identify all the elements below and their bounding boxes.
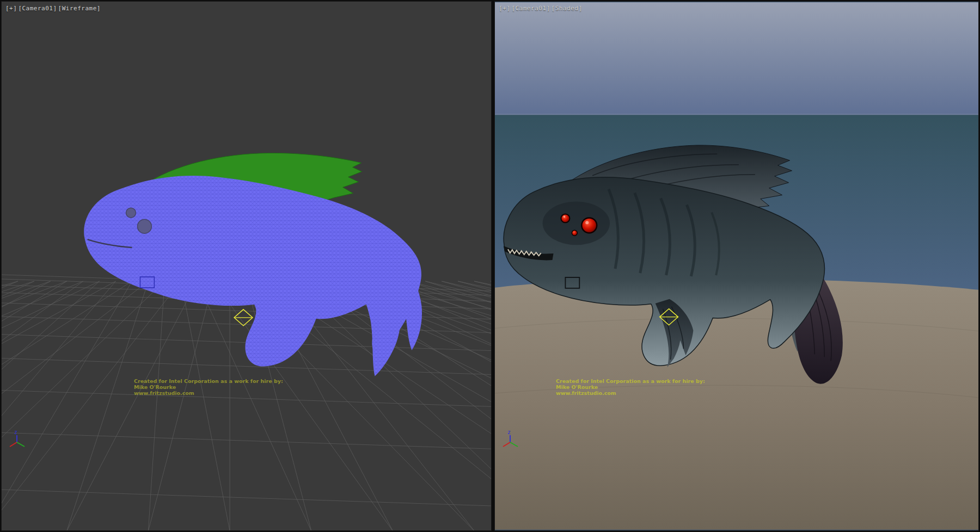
watermark-line1: Created for Intel Corporation as a work … xyxy=(134,378,283,384)
axis-tripod-icon: z xyxy=(501,429,523,451)
svg-text:z: z xyxy=(14,429,17,435)
viewport-menu-camera[interactable]: [Camera01] xyxy=(511,5,550,12)
svg-text:z: z xyxy=(507,429,511,435)
viewport-menu-plus[interactable]: [+] xyxy=(5,5,17,12)
viewport-menu-plus[interactable]: [+] xyxy=(499,5,510,12)
watermark-line1: Created for Intel Corporation as a work … xyxy=(556,378,705,384)
axis-tripod-icon: z xyxy=(8,429,30,451)
sky-upper xyxy=(495,2,978,115)
fish-eye-socket-shadow xyxy=(543,202,610,245)
watermark-line3: www.fritzstudio.com xyxy=(556,390,705,396)
viewport-shaded[interactable]: [+][Camera01][Shaded] xyxy=(494,1,979,531)
viewport-label-right: [+][Camera01][Shaded] xyxy=(499,5,584,12)
watermark-line3: www.fritzstudio.com xyxy=(134,390,283,396)
shaded-scene-canvas[interactable] xyxy=(495,2,978,530)
viewport-label-left: [+][Camera01][Wireframe] xyxy=(5,5,102,12)
ground-plane xyxy=(495,279,978,530)
viewport-menu-shading[interactable]: [Wireframe] xyxy=(58,5,101,12)
fish-eye-small xyxy=(126,208,136,218)
watermark-line2: Mike O'Rourke xyxy=(134,384,283,390)
watermark-left: Created for Intel Corporation as a work … xyxy=(134,378,283,396)
watermark-right: Created for Intel Corporation as a work … xyxy=(556,378,705,396)
horizon-line xyxy=(495,114,978,115)
viewport-menu-shading[interactable]: [Shaded] xyxy=(552,5,583,12)
fish-body-wireframe[interactable] xyxy=(84,176,421,367)
watermark-line2: Mike O'Rourke xyxy=(556,384,705,390)
viewport-menu-camera[interactable]: [Camera01] xyxy=(18,5,57,12)
viewport-wireframe[interactable]: [+][Camera01][Wireframe] xyxy=(1,1,492,531)
fish-eye-large xyxy=(137,219,151,233)
wireframe-scene-canvas[interactable] xyxy=(2,2,492,531)
